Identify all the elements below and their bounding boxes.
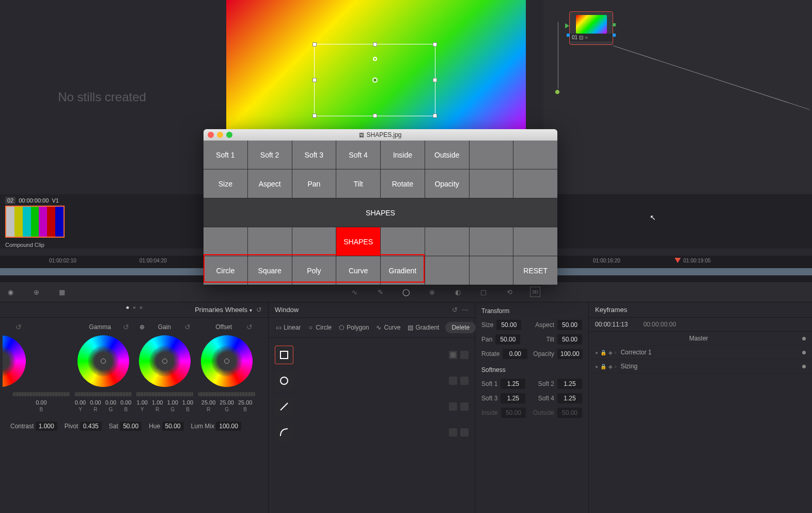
3d-icon[interactable]: 3D <box>530 287 540 297</box>
timeline-tick: 01:00:19:05 <box>683 258 711 263</box>
clip-number: 02 <box>5 197 15 204</box>
shapes-cell-poly[interactable]: Poly <box>292 256 336 285</box>
shapes-cell-soft-4[interactable]: Soft 4 <box>336 141 380 169</box>
pan-value[interactable]: 50.00 <box>495 334 520 345</box>
shapes-cell-outside[interactable]: Outside <box>425 141 469 169</box>
curves-icon[interactable]: ∿ <box>349 287 360 297</box>
blur-icon[interactable]: ◐ <box>452 287 463 297</box>
reset-icon[interactable]: ↺ <box>123 323 129 331</box>
node-graph-panel[interactable]: 01⊡ ○ <box>543 0 812 194</box>
outside-value[interactable]: 50.00 <box>557 408 582 418</box>
reset-icon[interactable]: ↺ <box>184 323 191 331</box>
shapes-cell-empty <box>470 256 513 285</box>
keyframe-row-master[interactable]: Master <box>589 332 812 346</box>
window-item-square[interactable] <box>275 343 469 367</box>
shapes-cell-soft-3[interactable]: Soft 3 <box>292 141 336 169</box>
delete-button[interactable]: Delete <box>445 322 476 333</box>
aspect-value[interactable]: 50.00 <box>557 320 582 330</box>
window-tool-polygon[interactable]: ⬠Polygon <box>338 324 369 331</box>
softness-title: Softness <box>475 361 588 377</box>
clip-track: V1 <box>52 197 58 204</box>
rotate-value[interactable]: 0.00 <box>503 349 527 359</box>
shapes-cell-pan[interactable]: Pan <box>292 169 336 198</box>
window-item-line[interactable] <box>275 395 469 418</box>
node-input-dot[interactable] <box>555 89 560 95</box>
reset-icon[interactable]: ↺ <box>246 323 253 331</box>
playhead[interactable] <box>675 258 681 263</box>
soft-1-value[interactable]: 1.25 <box>501 379 525 389</box>
qualifier-icon[interactable]: ✎ <box>375 287 385 297</box>
shapes-cell-soft-2[interactable]: Soft 2 <box>248 141 292 169</box>
shapes-cell-aspect[interactable]: Aspect <box>248 169 292 198</box>
maximize-icon[interactable] <box>226 132 232 138</box>
sat-value[interactable]: 50.00 <box>120 422 142 431</box>
window-tool-linear[interactable]: ▭Linear <box>275 324 301 331</box>
viewer[interactable] <box>226 0 526 134</box>
window-item-circle[interactable] <box>275 369 469 393</box>
shapes-cell-inside[interactable]: Inside <box>381 141 425 169</box>
preview-gradient <box>226 0 526 134</box>
gain-wheel[interactable]: ⊕Gain↺1.00Y1.00R1.00G1.00B <box>134 323 196 412</box>
svg-point-1 <box>280 377 288 384</box>
lum mix-value[interactable]: 100.00 <box>216 422 241 431</box>
shapes-cell-gradient[interactable]: Gradient <box>381 256 425 285</box>
size-value[interactable]: 50.00 <box>496 320 521 330</box>
tilt-value[interactable]: 50.00 <box>557 334 582 345</box>
shapes-cell-curve[interactable]: Curve <box>336 256 380 285</box>
corrector-node[interactable]: 01⊡ ○ <box>569 11 613 45</box>
soft-2-value[interactable]: 1.25 <box>557 379 582 389</box>
shapes-cell-rotate[interactable]: Rotate <box>381 169 425 198</box>
shapes-cell-reset[interactable]: RESET <box>513 256 557 285</box>
window-icon[interactable]: ◯ <box>401 287 411 297</box>
transform-title: Transform <box>475 302 588 318</box>
keyframe-row-corrector-1[interactable]: ●🔒◆›Corrector 1 <box>589 346 812 360</box>
shapes-cell-empty <box>470 227 513 256</box>
shapes-titlebar[interactable]: 🖼SHAPES.jpg <box>204 129 557 141</box>
shapes-popup-window[interactable]: 🖼SHAPES.jpg Soft 1Soft 2Soft 3Soft 4Insi… <box>204 129 557 285</box>
offset-wheel[interactable]: Offset↺25.00R25.00G25.00B <box>196 323 258 412</box>
primaries-panel: Primaries Wheels ↺ ↺0.00BGamma↺0.00Y0.00… <box>0 302 269 513</box>
shapes-cell-empty <box>513 141 557 169</box>
reset-icon[interactable]: ↺ <box>256 306 262 314</box>
reset-icon[interactable]: ↺ <box>452 306 458 314</box>
minimize-icon[interactable] <box>217 132 223 138</box>
shapes-cell-circle[interactable]: Circle <box>204 256 247 285</box>
shapes-cell-size[interactable]: Size <box>204 169 247 198</box>
shapes-banner: SHAPES <box>204 198 557 227</box>
sizing-icon[interactable]: ⟲ <box>504 287 514 297</box>
contrast-value[interactable]: 1.000 <box>36 422 57 431</box>
shapes-cell-empty <box>248 227 292 256</box>
hue-value[interactable]: 50.00 <box>162 422 184 431</box>
close-icon[interactable] <box>208 132 214 138</box>
shapes-cell-tilt[interactable]: Tilt <box>336 169 380 198</box>
window-panel: Window ↺ ⋯ ▭Linear○Circle⬠Polygon∿Curve▤… <box>269 302 475 513</box>
tool-icon-2[interactable]: ⊕ <box>31 287 41 297</box>
shapes-cell-soft-1[interactable]: Soft 1 <box>204 141 247 169</box>
soft-4-value[interactable]: 1.25 <box>557 393 582 403</box>
window-item-curve[interactable] <box>275 421 469 444</box>
shapes-cell-shapes[interactable]: SHAPES <box>336 227 380 256</box>
window-tool-gradient[interactable]: ▤Gradient <box>407 324 439 331</box>
shapes-cell-opacity[interactable]: Opacity <box>425 169 469 198</box>
keyframe-row-sizing[interactable]: ●🔒◆›Sizing <box>589 360 812 374</box>
clip-thumbnail[interactable] <box>5 206 65 238</box>
stills-empty-text: No stills created <box>58 90 146 104</box>
keyframes-timecode2: 00:00:00:00 <box>643 321 676 328</box>
soft-3-value[interactable]: 1.25 <box>501 393 525 403</box>
key-icon[interactable]: ▢ <box>478 287 489 297</box>
gamma-wheel[interactable]: Gamma↺0.00Y0.00R0.00G0.00B <box>72 323 134 412</box>
window-tool-curve[interactable]: ∿Curve <box>375 324 400 331</box>
tool-icon-1[interactable]: ◉ <box>5 287 15 297</box>
opacity-value[interactable]: 100.00 <box>557 349 582 359</box>
tool-icon-3[interactable]: ▦ <box>57 287 67 297</box>
primaries-mode-dropdown[interactable]: Primaries Wheels <box>195 306 252 314</box>
pivot-value[interactable]: 0.435 <box>80 422 102 431</box>
stills-panel: No stills created <box>0 0 204 194</box>
shapes-cell-square[interactable]: Square <box>248 256 292 285</box>
power-window-selection[interactable] <box>314 44 435 116</box>
tracker-icon[interactable]: ⊕ <box>427 287 437 297</box>
window-tool-circle[interactable]: ○Circle <box>307 324 332 331</box>
inside-value[interactable]: 50.00 <box>501 408 526 418</box>
options-icon[interactable]: ⋯ <box>462 306 469 314</box>
shapes-cell-empty <box>513 169 557 198</box>
